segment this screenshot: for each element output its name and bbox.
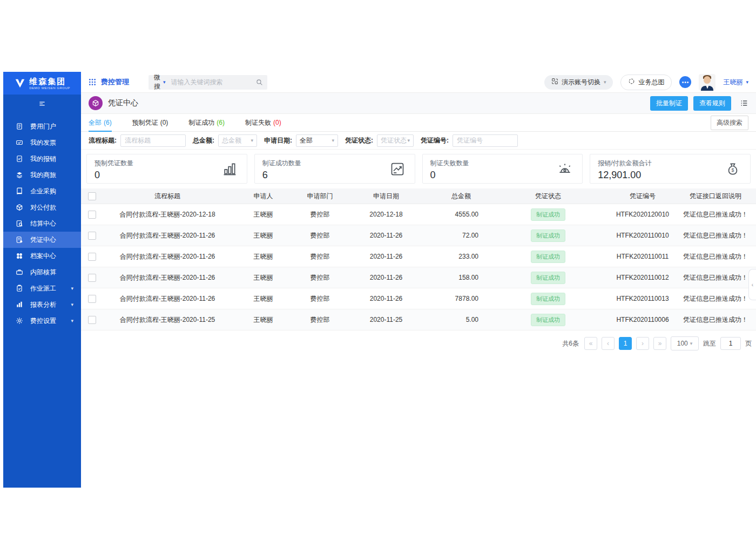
tab-all[interactable]: 全部 (6) bbox=[89, 114, 112, 131]
stat-card-label: 制证成功数量 bbox=[262, 159, 407, 168]
dispatch-icon bbox=[15, 285, 23, 293]
sidebar-collapse-button[interactable] bbox=[3, 94, 81, 114]
column-header: 凭证接口返回说明 bbox=[675, 192, 756, 201]
sidebar-item-label: 报表分析 bbox=[30, 300, 56, 309]
search-scope-select[interactable]: 微搜 bbox=[154, 73, 160, 91]
status-badge: 制证成功 bbox=[531, 251, 565, 263]
cell-voucher-no: HTFK2020120010 bbox=[610, 211, 675, 218]
cell-voucher-no: HTFK2020110012 bbox=[610, 274, 675, 281]
filter-apply-date: 申请日期: 全部 ▾ bbox=[264, 134, 338, 147]
chevron-left-icon: ‹ bbox=[752, 282, 753, 288]
business-map-button[interactable]: 业务总图 bbox=[620, 75, 672, 90]
current-page-button[interactable]: 1 bbox=[619, 337, 632, 350]
cell-apply-date: 2020-11-26 bbox=[346, 253, 427, 260]
side-drawer-toggle[interactable]: ‹ bbox=[748, 269, 756, 300]
chevron-down-icon[interactable]: ▾ bbox=[746, 79, 748, 85]
sidebar-item-archive-center[interactable]: 档案中心 bbox=[3, 248, 81, 264]
filter-flow-title-input[interactable] bbox=[120, 134, 186, 147]
table-row[interactable]: 合同付款流程-王晓丽-2020-11-26 王晓丽 费控部 2020-11-26… bbox=[81, 288, 756, 309]
table-row[interactable]: 合同付款流程-王晓丽-2020-11-25 王晓丽 费控部 2020-11-25… bbox=[81, 309, 756, 330]
column-header: 申请日期 bbox=[346, 192, 427, 201]
prev-page-button[interactable]: ‹ bbox=[602, 337, 615, 350]
stat-card-label: 预制凭证数量 bbox=[94, 159, 239, 168]
row-checkbox[interactable] bbox=[88, 253, 96, 261]
row-checkbox[interactable] bbox=[88, 316, 96, 324]
pagination: 共6条 « ‹ 1 › » 100 ▾ 跳至 页 bbox=[81, 336, 756, 350]
table-row[interactable]: 合同付款流程-王晓丽-2020-11-26 王晓丽 费控部 2020-11-26… bbox=[81, 246, 756, 267]
sidebar-item-expense-portal[interactable]: 费用门户 bbox=[3, 118, 81, 134]
filter-voucher-no: 凭证编号: bbox=[421, 134, 518, 147]
cell-applicant: 王晓丽 bbox=[232, 210, 294, 219]
tab-preset[interactable]: 预制凭证 (0) bbox=[132, 114, 168, 131]
filter-voucher-no-input[interactable] bbox=[453, 134, 518, 147]
app-title: 费控管理 bbox=[101, 77, 129, 87]
sidebar-item-my-invoice[interactable]: 我的发票 bbox=[3, 134, 81, 151]
cell-department: 费控部 bbox=[294, 252, 346, 261]
user-avatar[interactable] bbox=[699, 74, 716, 91]
cell-department: 费控部 bbox=[294, 294, 346, 303]
tab-failed[interactable]: 制证失败 (0) bbox=[245, 114, 281, 131]
stat-card-value: 0 bbox=[94, 170, 239, 181]
table-row[interactable]: 合同付款流程-王晓丽-2020-11-26 王晓丽 费控部 2020-11-26… bbox=[81, 225, 756, 246]
last-page-button[interactable]: » bbox=[653, 337, 666, 350]
cell-department: 费控部 bbox=[294, 315, 346, 325]
chevron-down-icon: ▾ bbox=[332, 138, 334, 143]
sidebar: 维森集团 DEMO WEISEN GROUP 费用门户 我的发票 我的报销 我的… bbox=[3, 72, 81, 488]
cell-department: 费控部 bbox=[294, 231, 346, 240]
row-checkbox[interactable] bbox=[88, 295, 96, 303]
batch-voucher-button[interactable]: 批量制证 bbox=[650, 96, 688, 111]
view-rules-button[interactable]: 查看规则 bbox=[693, 96, 731, 111]
status-badge: 制证成功 bbox=[531, 293, 565, 305]
list-view-icon[interactable] bbox=[740, 99, 748, 107]
select-all-checkbox[interactable] bbox=[88, 192, 96, 200]
app-grid-icon[interactable] bbox=[89, 78, 96, 86]
page-header: 凭证中心 批量制证 查看规则 bbox=[81, 93, 756, 114]
app-window: 维森集团 DEMO WEISEN GROUP 费用门户 我的发票 我的报销 我的… bbox=[0, 72, 756, 489]
search-icon[interactable] bbox=[256, 79, 263, 86]
sidebar-item-corporate-payment[interactable]: 对公付款 bbox=[3, 199, 81, 215]
cell-amount: 72.00 bbox=[427, 232, 486, 239]
status-badge: 制证成功 bbox=[531, 314, 565, 326]
search-input[interactable] bbox=[170, 78, 256, 86]
cell-flow-title: 合同付款流程-王晓丽-2020-11-25 bbox=[103, 315, 232, 325]
more-button[interactable]: ••• bbox=[679, 76, 691, 88]
sidebar-item-my-travel[interactable]: 我的商旅 bbox=[3, 167, 81, 183]
cell-applicant: 王晓丽 bbox=[232, 252, 294, 261]
sidebar-menu: 费用门户 我的发票 我的报销 我的商旅 企业采购 对公付款 结算中心 凭证中心 bbox=[3, 118, 81, 329]
jump-page-input[interactable] bbox=[720, 337, 741, 350]
chevron-down-icon: ▾ bbox=[690, 341, 693, 346]
filter-total-amount: 总金额: 总金额 ▾ bbox=[193, 134, 257, 147]
tab-success[interactable]: 制证成功 (6) bbox=[188, 114, 225, 131]
row-checkbox[interactable] bbox=[88, 211, 96, 219]
table-row[interactable]: 合同付款流程-王晓丽-2020-11-26 王晓丽 费控部 2020-11-26… bbox=[81, 267, 756, 288]
first-page-button[interactable]: « bbox=[584, 337, 597, 350]
table-row[interactable]: 合同付款流程-王晓丽-2020-12-18 王晓丽 费控部 2020-12-18… bbox=[81, 204, 756, 225]
sidebar-item-label: 我的报销 bbox=[30, 154, 56, 164]
filter-flow-title: 流程标题: bbox=[89, 134, 186, 147]
sidebar-item-label: 凭证中心 bbox=[30, 235, 56, 245]
sidebar-item-job-dispatch[interactable]: 作业派工 ▾ bbox=[3, 280, 81, 296]
filter-apply-date-select[interactable]: 全部 ▾ bbox=[296, 134, 338, 147]
brand-logo: 维森集团 DEMO WEISEN GROUP bbox=[3, 72, 81, 94]
advanced-search-button[interactable]: 高级搜索 bbox=[711, 116, 748, 130]
next-page-button[interactable]: › bbox=[636, 337, 649, 350]
user-name[interactable]: 王晓丽 bbox=[723, 78, 742, 87]
sidebar-item-my-reimburse[interactable]: 我的报销 bbox=[3, 151, 81, 167]
sidebar-item-voucher-center[interactable]: 凭证中心 bbox=[3, 232, 81, 248]
cell-flow-title: 合同付款流程-王晓丽-2020-12-18 bbox=[103, 210, 232, 219]
filter-voucher-status-select[interactable]: 凭证状态 ▾ bbox=[377, 134, 414, 147]
tab-bar: 全部 (6) 预制凭证 (0) 制证成功 (6) 制证失败 (0) 高级搜索 bbox=[81, 114, 756, 132]
sidebar-item-expense-settings[interactable]: 费控设置 ▾ bbox=[3, 313, 81, 329]
row-checkbox[interactable] bbox=[88, 232, 96, 240]
cell-voucher-no: HTFK2020110013 bbox=[610, 295, 675, 302]
cell-flow-title: 合同付款流程-王晓丽-2020-11-26 bbox=[103, 294, 232, 303]
sidebar-item-report-analysis[interactable]: 报表分析 ▾ bbox=[3, 296, 81, 313]
reimburse-icon bbox=[15, 155, 23, 163]
sidebar-item-settlement-center[interactable]: 结算中心 bbox=[3, 215, 81, 232]
page-size-select[interactable]: 100 ▾ bbox=[671, 336, 699, 350]
sidebar-item-enterprise-purchase[interactable]: 企业采购 bbox=[3, 183, 81, 199]
filter-total-amount-select[interactable]: 总金额 ▾ bbox=[218, 134, 257, 147]
sidebar-item-internal-accounting[interactable]: 内部核算 bbox=[3, 264, 81, 280]
demo-account-switch-button[interactable]: 演示账号切换 ▾ bbox=[544, 75, 613, 90]
row-checkbox[interactable] bbox=[88, 274, 96, 282]
